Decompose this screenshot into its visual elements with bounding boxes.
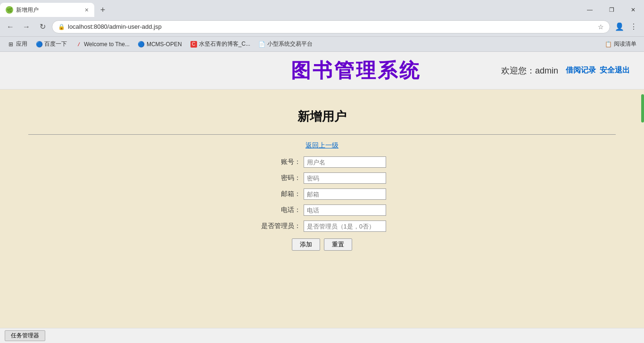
bookmark-apps-label: 应用	[16, 40, 27, 48]
task-manager-button[interactable]: 任务管理器	[5, 330, 45, 341]
apps-icon: ⊞	[8, 41, 14, 48]
back-link[interactable]: 返回上一级	[305, 141, 339, 149]
minimize-button[interactable]: —	[579, 1, 601, 18]
back-link-container: 返回上一级	[9, 141, 635, 150]
restore-button[interactable]: ❐	[601, 1, 622, 18]
account-input[interactable]	[304, 156, 386, 168]
add-user-form: 账号： 密码： 邮箱： 电话： 是否管理员： 添加 重置	[9, 156, 635, 251]
account-label: 账号：	[258, 158, 301, 166]
reset-button[interactable]: 重置	[324, 238, 352, 251]
close-button[interactable]: ✕	[622, 1, 644, 18]
bookmark-baidu-label: 百度一下	[44, 40, 67, 48]
read-list-icon: 📋	[605, 41, 612, 48]
logout-link[interactable]: 安全退出	[600, 65, 630, 75]
phone-input[interactable]	[304, 204, 386, 216]
phone-label: 电话：	[258, 206, 301, 214]
scrollbar-indicator[interactable]	[641, 94, 644, 122]
tab-title: 新增用户	[16, 6, 82, 14]
borrow-history-link[interactable]: 借阅记录	[566, 65, 596, 75]
read-list-label: 阅读清单	[614, 40, 636, 48]
browser-toolbar: ← → ↻ 🔒 localhost:8080/admin-user-add.js…	[0, 17, 644, 37]
add-button[interactable]: 添加	[292, 238, 320, 251]
bookmark-apps[interactable]: ⊞ 应用	[4, 39, 31, 50]
password-input[interactable]	[304, 172, 386, 184]
email-row: 邮箱：	[258, 188, 386, 200]
bookmark-xiaoxing-label: 小型系统交易平台	[267, 40, 313, 48]
new-tab-button[interactable]: +	[96, 3, 109, 16]
page-title: 新增用户	[9, 108, 635, 125]
admin-label: 是否管理员：	[258, 222, 301, 230]
main-content: 新增用户 返回上一级 账号： 密码： 邮箱： 电话：	[0, 90, 644, 260]
bookmark-xiaoxing[interactable]: 📄 小型系统交易平台	[255, 39, 316, 50]
url-text: localhost:8080/admin-user-add.jsp	[68, 23, 595, 30]
page-content: 图书管理系统 欢迎您：admin 借阅记录 安全退出 新增用户 返回上一级 账号…	[0, 52, 644, 343]
bookmark-welcome[interactable]: / Welcome to The...	[72, 39, 133, 50]
lock-icon: 🔒	[58, 24, 65, 30]
refresh-button[interactable]: ↻	[36, 20, 49, 33]
bookmark-shuijian-label: 水坚石青的博客_C...	[199, 40, 250, 48]
menu-button[interactable]: ⋮	[627, 20, 640, 33]
header-right: 欢迎您：admin 借阅记录 安全退出	[501, 65, 630, 76]
shuijian-icon: C	[190, 41, 197, 48]
bookmark-baidu[interactable]: 🔵 百度一下	[32, 39, 71, 50]
mcms-icon: 🔵	[138, 41, 145, 48]
tab-close-btn[interactable]: ×	[85, 6, 89, 14]
bookmark-star-icon[interactable]: ☆	[598, 23, 604, 31]
email-input[interactable]	[304, 188, 386, 200]
bookmark-welcome-label: Welcome to The...	[84, 41, 130, 48]
phone-row: 电话：	[258, 204, 386, 216]
bookmark-mcms[interactable]: 🔵 MCMS-OPEN	[134, 39, 186, 50]
header-links: 借阅记录 安全退出	[566, 65, 630, 75]
xiaoxing-icon: 📄	[259, 41, 265, 48]
password-row: 密码：	[258, 172, 386, 184]
bookmark-mcms-label: MCMS-OPEN	[147, 41, 182, 48]
active-tab[interactable]: 新增用户 ×	[0, 3, 94, 17]
email-label: 邮箱：	[258, 190, 301, 198]
welcome-text: 欢迎您：admin	[501, 65, 558, 76]
tab-favicon	[6, 6, 13, 14]
account-row: 账号：	[258, 156, 386, 168]
read-list-button[interactable]: 📋 阅读清单	[601, 39, 640, 50]
admin-row: 是否管理员：	[258, 220, 386, 232]
bookmarks-bar: ⊞ 应用 🔵 百度一下 / Welcome to The... 🔵 MCMS-O…	[0, 37, 644, 52]
bookmark-shuijian[interactable]: C 水坚石青的博客_C...	[187, 39, 254, 50]
back-button[interactable]: ←	[4, 20, 17, 33]
password-label: 密码：	[258, 174, 301, 182]
title-divider	[28, 134, 616, 135]
address-bar[interactable]: 🔒 localhost:8080/admin-user-add.jsp ☆	[52, 20, 610, 33]
profile-button[interactable]: 👤	[613, 20, 626, 33]
site-header: 图书管理系统 欢迎您：admin 借阅记录 安全退出	[0, 52, 644, 90]
baidu-icon: 🔵	[36, 41, 42, 48]
form-buttons: 添加 重置	[292, 238, 352, 251]
welcome-icon: /	[75, 41, 82, 48]
taskbar: 任务管理器	[0, 328, 644, 343]
admin-input[interactable]	[304, 220, 386, 232]
page-title-bar: 新增用户	[9, 99, 635, 130]
forward-button[interactable]: →	[20, 20, 33, 33]
site-title: 图书管理系统	[210, 57, 501, 84]
